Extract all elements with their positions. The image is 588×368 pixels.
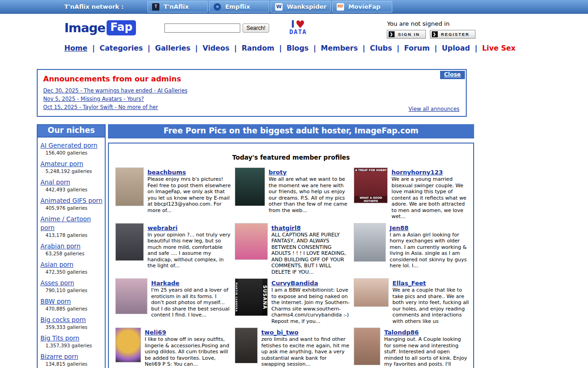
niche-item: Big cocks porn359,333 galleries [40, 315, 103, 330]
profile-thumbnail[interactable] [235, 167, 265, 206]
profile-description: I am a Asian girl looking for horny exch… [390, 232, 469, 269]
nav-forum[interactable]: Forum [404, 44, 430, 52]
profile-card: Ellas_FeetWe are a couple that like to t… [354, 278, 469, 324]
announcement-link[interactable]: Dec 30, 2025 - The warnings have ended -… [43, 87, 187, 94]
profile-username-link[interactable]: webrabri [147, 224, 178, 231]
search-input[interactable] [164, 23, 240, 33]
announcement-link[interactable]: Oct 15, 2025 - Taylor Swift - No more of… [43, 104, 158, 110]
nav-galleries[interactable]: Galleries [155, 44, 190, 52]
niche-gallery-count: 405,976 galleries [40, 205, 103, 211]
profile-card: A TREAT FOR HUBBYWHAT A GOOD HOTWIFEhorn… [354, 167, 469, 220]
niche-gallery-count: 790,110 galleries [40, 288, 103, 293]
profile-username-link[interactable]: Neli69 [145, 329, 166, 336]
profile-username-link[interactable]: Talondp86 [384, 329, 418, 336]
profile-thumbnail[interactable] [115, 223, 144, 261]
thumb-side-caption: SUSANA [262, 279, 267, 316]
profile-username-link[interactable]: hornyhorny123 [391, 169, 443, 176]
profile-thumbnail[interactable] [235, 328, 258, 363]
profile-thumbnail[interactable] [115, 167, 144, 206]
niche-link[interactable]: Big Tits porn [40, 334, 79, 342]
profile-thumbnail[interactable] [354, 328, 380, 365]
network-site-empflix[interactable]: eEmpflix [209, 1, 269, 12]
nav-random[interactable]: Random [242, 44, 274, 52]
niche-link[interactable]: Asian porn [40, 261, 74, 268]
profile-thumbnail[interactable] [354, 223, 386, 262]
profile-card: brotyWe all are what we want to be the m… [235, 167, 351, 220]
niche-link[interactable]: Animated GIFS porn [40, 197, 102, 204]
profiles-grid: beachbumsPlease enjoy mrs b's pictures! … [109, 161, 473, 368]
close-button[interactable]: Close [440, 71, 465, 79]
profile-info: Talondp86Hanging out. A Couple looking f… [384, 328, 469, 368]
profile-username-link[interactable]: Jen88 [390, 224, 408, 231]
profile-thumbnail[interactable] [115, 278, 147, 314]
register-button[interactable]: ❯ REGISTER [430, 30, 475, 39]
niche-gallery-count: 134,815 galleries [40, 361, 103, 367]
profile-thumbnail[interactable]: SUSANAMARTIN CABRERA [235, 278, 268, 316]
nav-videos[interactable]: Videos [203, 44, 230, 52]
profile-thumbnail[interactable] [235, 223, 268, 260]
profile-thumbnail[interactable] [115, 328, 141, 362]
search-bar: Search! [164, 23, 269, 33]
imagefap-logo[interactable]: Image Fap [64, 20, 136, 35]
nav-separator: | [277, 44, 284, 52]
network-site-tnaflix[interactable]: TT'nAflix [147, 1, 208, 12]
nav-live-sex[interactable]: Live Sex [482, 44, 515, 52]
profile-username-link[interactable]: two_bi_two [261, 329, 299, 336]
page-title: Free Porn Pics on the biggest adult host… [108, 124, 474, 138]
network-site-label: T'nAflix [164, 3, 189, 10]
thumb-side-caption: MARTIN CABRERA [235, 279, 238, 316]
nav-categories[interactable]: Categories [100, 44, 143, 52]
niche-link[interactable]: Bizarre porn [40, 353, 78, 360]
profile-card: thatgirl8ALL CAPTIONS ARE PURELY FANTASY… [235, 223, 351, 276]
niche-link[interactable]: Amateur porn [40, 160, 83, 167]
logo-text-fap: Fap [107, 20, 136, 35]
profile-info: Neli69I like to show off in sexy outfits… [145, 328, 231, 368]
profile-thumbnail[interactable] [354, 278, 389, 307]
profile-info: beachbumsPlease enjoy mrs b's pictures! … [147, 167, 231, 220]
network-site-label: Wankspider [287, 3, 327, 10]
account-area: You are not signed in ❯ SIGN IN ❯ REGIST… [387, 20, 475, 39]
profile-username-link[interactable]: Harkade [151, 280, 180, 287]
niche-gallery-count: 442,493 galleries [40, 187, 103, 192]
i-love-data-logo[interactable]: I ♥ DATA [289, 20, 307, 34]
profile-username-link[interactable]: thatgirl8 [271, 224, 301, 231]
niche-link[interactable]: Big cocks porn [40, 316, 86, 323]
sign-in-button[interactable]: ❯ SIGN IN [387, 30, 426, 39]
profile-username-link[interactable]: CurvyBandida [271, 280, 318, 287]
nav-blogs[interactable]: Blogs [287, 44, 309, 52]
profile-description: Please enjoy mrs b's pictures! Feel free… [147, 176, 231, 213]
main-content: Free Porn Pics on the biggest adult host… [108, 124, 474, 368]
nav-separator: | [90, 44, 97, 52]
content-columns: Our niches AI Generated porn156,400 gall… [37, 124, 588, 368]
profile-description: I like to show off in sexy outfits, ling… [145, 336, 231, 368]
profile-username-link[interactable]: beachbums [147, 169, 186, 176]
nav-home[interactable]: Home [64, 44, 87, 52]
nav-clubs[interactable]: Clubs [370, 44, 392, 52]
search-button[interactable]: Search! [243, 23, 269, 33]
niche-link[interactable]: Anal porn [40, 178, 70, 186]
network-site-wankspider[interactable]: WWankspider [271, 1, 331, 12]
niche-link[interactable]: Anime / Cartoon porn [40, 215, 91, 231]
profile-username-link[interactable]: Ellas_Feet [392, 280, 426, 287]
profile-info: two_bi_twozero limits and want to find o… [261, 328, 351, 368]
moviefap-icon: MF [337, 3, 344, 11]
announcement-link[interactable]: Nov 5, 2025 - Missing Avatars - Yours? [43, 96, 144, 102]
main-nav: Home | Categories | Galleries | Videos |… [64, 44, 465, 52]
profile-description: I'm 25 years old and a lover of eroticis… [151, 287, 231, 318]
profile-thumbnail[interactable]: A TREAT FOR HUBBYWHAT A GOOD HOTWIFE [354, 167, 388, 203]
profile-username-link[interactable]: broty [269, 169, 287, 176]
niche-link[interactable]: Arabian porn [40, 242, 80, 250]
niche-item: Anime / Cartoon porn413,178 galleries [40, 214, 103, 238]
view-all-announces-link[interactable]: View all announces [408, 106, 459, 112]
nav-upload[interactable]: Upload [442, 44, 470, 52]
niche-link[interactable]: BBW porn [40, 298, 71, 305]
network-site-moviefap[interactable]: MFMovieFap [332, 1, 392, 12]
niche-link[interactable]: AI Generated porn [40, 142, 97, 149]
nav-members[interactable]: Members [321, 44, 358, 52]
niche-gallery-count: 470,885 galleries [40, 306, 103, 311]
network-site-label: MovieFap [348, 3, 380, 10]
niche-link[interactable]: Asses porn [40, 279, 74, 287]
profile-info: brotyWe all are what we want to be the m… [269, 167, 351, 220]
profile-description: Hanging out. A Couple looking for some n… [384, 336, 469, 368]
niche-gallery-count: 1,357,393 galleries [40, 343, 103, 348]
